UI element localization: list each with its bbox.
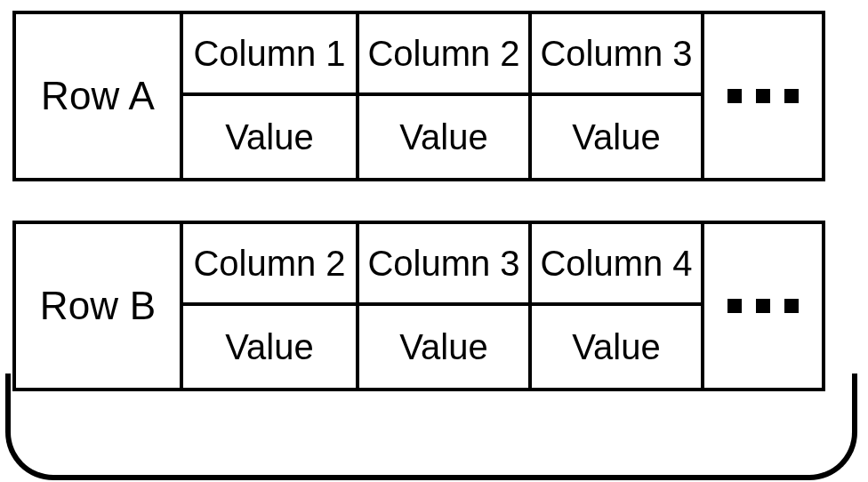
column-value: Value: [183, 96, 356, 178]
dot-icon: [784, 299, 799, 313]
column-header: Column 3: [532, 14, 701, 96]
diagram-container: Row A Column 1 Value Column 2 Value Colu…: [0, 0, 868, 482]
container-bottom-border: [5, 427, 857, 480]
column-value: Value: [359, 96, 528, 178]
ellipsis-icon: [701, 224, 822, 388]
row-a-label: Row A: [16, 14, 183, 178]
column-header: Column 1: [183, 14, 356, 96]
row-a-col-3: Column 3 Value: [528, 14, 701, 178]
column-value: Value: [532, 96, 701, 178]
row-b-block: Row B Column 2 Value Column 3 Value Colu…: [12, 221, 825, 391]
row-a-col-1: Column 1 Value: [183, 14, 356, 178]
row-b-body: Column 2 Value Column 3 Value Column 4 V…: [183, 224, 822, 388]
row-b-label: Row B: [16, 224, 183, 388]
dot-icon: [756, 89, 770, 103]
row-a-body: Column 1 Value Column 2 Value Column 3 V…: [183, 14, 822, 178]
row-b-col-2: Column 3 Value: [356, 224, 528, 388]
column-value: Value: [359, 306, 528, 388]
column-value: Value: [183, 306, 356, 388]
dot-icon: [756, 299, 770, 313]
dot-icon: [727, 89, 742, 103]
column-value: Value: [532, 306, 701, 388]
ellipsis-icon: [701, 14, 822, 178]
dot-icon: [784, 89, 799, 103]
column-header: Column 2: [183, 224, 356, 306]
row-a-col-2: Column 2 Value: [356, 14, 528, 178]
dot-icon: [727, 299, 742, 313]
column-header: Column 4: [532, 224, 701, 306]
column-header: Column 2: [359, 14, 528, 96]
column-header: Column 3: [359, 224, 528, 306]
row-a-block: Row A Column 1 Value Column 2 Value Colu…: [12, 11, 825, 181]
row-b-col-3: Column 4 Value: [528, 224, 701, 388]
row-b-col-1: Column 2 Value: [183, 224, 356, 388]
